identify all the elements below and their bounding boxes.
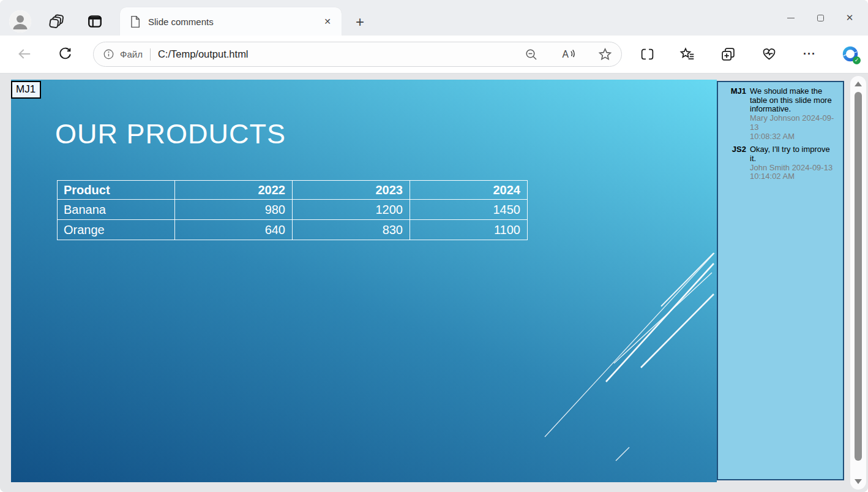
table-value-cell: 1200 <box>293 200 410 220</box>
reload-button[interactable] <box>53 42 77 66</box>
back-button[interactable] <box>12 42 37 66</box>
browser-essentials-button[interactable]: ✓ <box>757 42 780 66</box>
site-info-icon[interactable] <box>103 48 114 60</box>
collections-icon <box>720 47 736 62</box>
comment-item: JS2Okay, I'll try to improveit.John Smit… <box>725 145 840 181</box>
comment-author: Mary Johnson 2024-09-1310:08:32 AM <box>750 114 839 141</box>
comment-badge: MJ1 <box>725 87 746 141</box>
favorites-button[interactable] <box>676 42 699 66</box>
read-aloud-button[interactable]: A <box>556 43 580 66</box>
scroll-down-arrow-icon[interactable] <box>855 479 862 484</box>
slide-canvas: OUR PRODUCTS Product202220232024 Banana9… <box>11 80 717 482</box>
comment-body: We should make thetable on this slide mo… <box>750 87 839 141</box>
table-header-cell: 2022 <box>175 181 293 200</box>
comment-text: We should make thetable on this slide mo… <box>750 87 839 114</box>
split-screen-icon <box>640 47 655 62</box>
close-window-button[interactable]: ✕ <box>835 6 864 29</box>
comment-badge: JS2 <box>725 145 746 181</box>
new-tab-button[interactable]: + <box>350 12 370 32</box>
table-value-cell: 640 <box>175 220 293 240</box>
comments-panel: MJ1We should make thetable on this slide… <box>717 81 844 480</box>
favorite-star-icon <box>597 47 613 62</box>
slide-table-head: Product202220232024 <box>58 181 528 200</box>
url-text[interactable]: C:/Temp/output.html <box>158 48 249 60</box>
table-value-cell: 830 <box>293 220 410 240</box>
table-product-cell: Orange <box>58 220 175 240</box>
zoom-out-button[interactable] <box>520 43 543 66</box>
minimize-icon <box>787 18 795 18</box>
back-arrow-icon <box>17 46 32 62</box>
favorite-this-page-button[interactable] <box>593 43 616 66</box>
reload-icon <box>58 47 73 62</box>
window-controls: ✕ <box>776 6 864 29</box>
protocol-label: Файл <box>120 49 143 59</box>
split-screen-button[interactable] <box>635 42 659 66</box>
slide-table: Product202220232024 Banana98012001450Ora… <box>57 180 528 240</box>
maximize-button[interactable] <box>806 6 835 29</box>
address-divider <box>150 48 151 61</box>
browser-tab[interactable]: Slide comments ✕ <box>120 7 342 36</box>
tab-title: Slide comments <box>148 17 320 27</box>
tab-strip: Slide comments ✕ + ✕ <box>0 0 868 36</box>
table-value-cell: 1100 <box>410 220 528 240</box>
browser-window: Slide comments ✕ + ✕ <box>0 0 868 492</box>
comment-body: Okay, I'll try to improveit.John Smith 2… <box>750 145 839 181</box>
zoom-out-icon <box>524 47 539 62</box>
comments-list: MJ1We should make thetable on this slide… <box>725 87 840 181</box>
settings-more-button[interactable]: ··· <box>798 42 821 66</box>
navigation-toolbar: Файл C:/Temp/output.html A <box>0 36 868 74</box>
comment-text: Okay, I'll try to improveit. <box>750 145 839 163</box>
comment-item: MJ1We should make thetable on this slide… <box>725 87 840 141</box>
slide-title: OUR PRODUCTS <box>55 118 286 150</box>
table-product-cell: Banana <box>58 200 175 220</box>
collections-button[interactable] <box>717 42 740 66</box>
tab-actions-button[interactable] <box>84 10 106 32</box>
browser-essentials-icon <box>761 47 777 62</box>
table-value-cell: 980 <box>175 200 293 220</box>
maximize-icon <box>817 15 824 21</box>
scroll-up-arrow-icon[interactable] <box>855 81 862 86</box>
minimize-button[interactable] <box>776 6 806 29</box>
toolbar-actions: ✓ ··· <box>635 42 862 66</box>
table-header-row: Product202220232024 <box>58 181 528 200</box>
workspaces-button[interactable] <box>45 10 67 32</box>
table-header-cell: Product <box>58 181 175 200</box>
workspaces-icon <box>48 13 65 30</box>
diagonal-lines-decoration <box>513 245 717 482</box>
comment-marker-anchor[interactable]: MJ1 <box>11 81 41 99</box>
comment-author: John Smith 2024-09-1310:14:02 AM <box>750 164 839 181</box>
page-content: OUR PRODUCTS Product202220232024 Banana9… <box>0 74 868 492</box>
table-row: Banana98012001450 <box>58 200 528 220</box>
close-icon: ✕ <box>846 12 854 23</box>
table-header-cell: 2023 <box>293 181 410 200</box>
table-row: Orange6408301100 <box>58 220 528 240</box>
tab-close-button[interactable]: ✕ <box>320 13 335 29</box>
essentials-check-badge: ✓ <box>853 56 861 64</box>
favorites-list-icon <box>679 46 695 62</box>
scrollbar-thumb[interactable] <box>855 92 862 461</box>
table-value-cell: 1450 <box>410 200 528 220</box>
svg-text:A: A <box>562 49 569 59</box>
address-bar[interactable]: Файл C:/Temp/output.html A <box>93 42 622 67</box>
slide-table-body: Banana98012001450Orange6408301100 <box>58 200 528 240</box>
read-aloud-icon: A <box>561 47 576 62</box>
profile-avatar[interactable] <box>9 10 31 32</box>
vertical-scrollbar[interactable] <box>850 76 866 490</box>
tab-actions-icon <box>87 13 103 29</box>
user-avatar-icon <box>9 10 31 32</box>
table-header-cell: 2024 <box>410 181 528 200</box>
more-menu-icon: ··· <box>803 48 816 61</box>
page-document-icon <box>130 15 140 28</box>
